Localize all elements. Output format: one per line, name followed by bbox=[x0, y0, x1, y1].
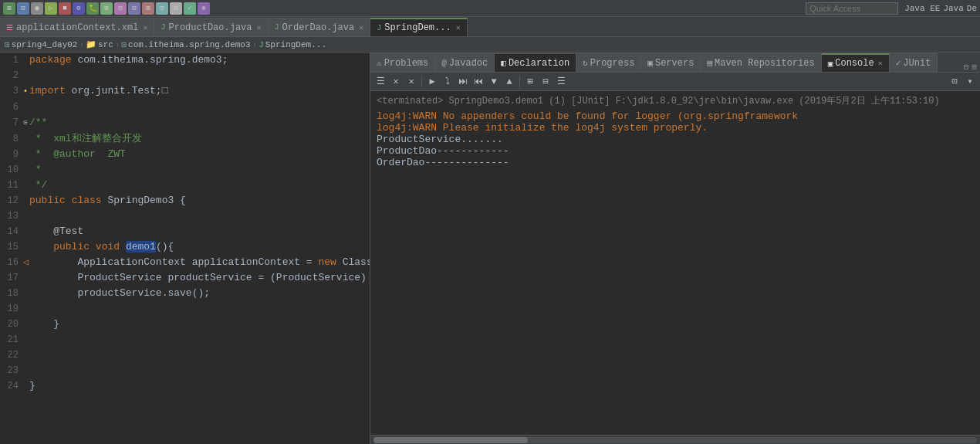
tab-springdemo3[interactable]: J SpringDem... ✕ bbox=[370, 18, 467, 36]
tab-close-springdemo3[interactable]: ✕ bbox=[456, 23, 461, 32]
tab-label-maven: Maven Repositories bbox=[715, 58, 815, 69]
breadcrumb-sep-2: › bbox=[115, 40, 120, 49]
tab-maven-repos[interactable]: ▤ Maven Repositories bbox=[701, 53, 821, 72]
line-marker-16: ◁ bbox=[23, 255, 29, 270]
tab-servers[interactable]: ▣ Servers bbox=[641, 53, 701, 72]
line-num-24: 24 bbox=[0, 378, 23, 394]
code-editor[interactable]: 1 package com.itheima.spring.demo3; 2 3 … bbox=[0, 53, 370, 444]
code-line-2: 2 bbox=[0, 68, 370, 83]
console-icon: ▣ bbox=[828, 59, 833, 69]
line-num-16: 16 bbox=[0, 255, 23, 270]
toolbar-icon-2[interactable]: ⊡ bbox=[17, 2, 29, 15]
code-line-14: 14 @Test bbox=[0, 224, 370, 239]
line-content-9: * @author ZWT bbox=[29, 147, 370, 162]
code-line-10: 10 * bbox=[0, 162, 370, 178]
code-line-20: 20 } bbox=[0, 317, 370, 332]
toolbar-icon-13[interactable]: ⊟ bbox=[170, 2, 182, 15]
toolbar-icon-3[interactable]: ◉ bbox=[31, 2, 43, 15]
breadcrumb-icon-2: 📁 bbox=[86, 39, 96, 49]
toolbar-icon-7[interactable]: 🐛 bbox=[86, 2, 99, 15]
code-line-12: 12 public class SpringDemo3 { bbox=[0, 193, 370, 208]
line-num-22: 22 bbox=[0, 347, 23, 363]
toolbar-icon-8[interactable]: ⊞ bbox=[100, 2, 113, 15]
toolbar-icon-6[interactable]: ⚙ bbox=[73, 2, 85, 15]
tab-problems[interactable]: ⚠ Problems bbox=[370, 53, 435, 72]
expand-btn[interactable]: ⊞ bbox=[523, 75, 537, 89]
collapse-btn[interactable]: ⊟ bbox=[539, 75, 553, 89]
step-over-btn[interactable]: ⤵ bbox=[441, 75, 455, 89]
line-num-10: 10 bbox=[0, 162, 23, 178]
breadcrumb-part-2[interactable]: src bbox=[98, 40, 113, 49]
tab-close-applicationcontext[interactable]: ✕ bbox=[143, 23, 147, 32]
perspective-de[interactable]: De bbox=[967, 4, 977, 13]
line-num-1: 1 bbox=[0, 53, 23, 68]
view-btn[interactable]: ⊡ bbox=[948, 75, 961, 89]
remove-btn[interactable]: ✕ bbox=[404, 75, 418, 89]
maven-icon: ▤ bbox=[707, 58, 712, 68]
clear-console-btn[interactable]: ☰ bbox=[373, 75, 387, 89]
breadcrumb-part-3[interactable]: com.itheima.spring.demo3 bbox=[128, 40, 250, 49]
tab-application-context[interactable]: ☰ applicationContext.xml ✕ bbox=[0, 18, 154, 36]
tab-label-springdemo3: SpringDem... bbox=[384, 22, 451, 33]
tab-close-orderdao[interactable]: ✕ bbox=[359, 23, 363, 32]
stop-btn[interactable]: ✕ bbox=[389, 75, 403, 89]
line-num-20: 20 bbox=[0, 317, 23, 332]
line-content-10: * bbox=[29, 162, 370, 178]
up-btn[interactable]: ▲ bbox=[502, 75, 516, 89]
breadcrumb-sep-1: › bbox=[79, 40, 84, 49]
code-line-15: 15 public void demo1(){ bbox=[0, 239, 370, 255]
toolbar-icon-4[interactable]: ▷ bbox=[45, 2, 57, 15]
tab-console[interactable]: ▣ Console ✕ bbox=[822, 53, 890, 72]
quick-access-input[interactable] bbox=[806, 2, 898, 15]
toolbar-icon-11[interactable]: ⊞ bbox=[142, 2, 154, 15]
console-line-2: ProductDao------------ bbox=[377, 145, 974, 157]
console-hscroll[interactable] bbox=[370, 435, 980, 444]
tab-productdao[interactable]: J ProductDao.java ✕ bbox=[154, 18, 268, 36]
line-num-14: 14 bbox=[0, 224, 23, 239]
breadcrumb-sep-3: › bbox=[252, 40, 258, 49]
console-output[interactable]: <terminated> SpringDemo3.demo1 (1) [JUni… bbox=[370, 91, 980, 435]
minimize-icon[interactable]: ⊟ bbox=[964, 62, 969, 72]
toolbar-icons: ⊞ ⊡ ◉ ▷ ■ ⚙ 🐛 ⊞ ⊡ ⊟ ⊞ ⊡ ⊟ ✓ ⊕ bbox=[3, 2, 210, 15]
breadcrumb-part-1[interactable]: spring4_day02 bbox=[12, 40, 78, 49]
toolbar-icon-1[interactable]: ⊞ bbox=[3, 2, 15, 15]
toolbar-icon-10[interactable]: ⊟ bbox=[128, 2, 140, 15]
right-toolbar: ⊡ ▾ bbox=[948, 75, 977, 89]
line-num-8: 8 bbox=[0, 131, 23, 147]
perspective-java-ee[interactable]: Java EE bbox=[904, 4, 940, 13]
hscroll-track[interactable] bbox=[373, 437, 977, 443]
menu-btn[interactable]: ☰ bbox=[554, 75, 568, 89]
breadcrumb-part-4[interactable]: SpringDem... bbox=[265, 40, 326, 49]
code-line-13: 13 bbox=[0, 208, 370, 224]
toolbar-icon-9[interactable]: ⊡ bbox=[114, 2, 127, 15]
hscroll-thumb[interactable] bbox=[373, 437, 528, 443]
more-btn[interactable]: ▾ bbox=[963, 75, 977, 89]
toolbar-icon-14[interactable]: ✓ bbox=[184, 2, 196, 15]
breadcrumb-icon-3: ⊡ bbox=[121, 39, 127, 49]
run-btn[interactable]: ▶ bbox=[425, 75, 439, 89]
prev-btn[interactable]: ⏮ bbox=[471, 75, 485, 89]
toolbar-icon-5[interactable]: ■ bbox=[59, 2, 71, 15]
tab-orderdao[interactable]: J OrderDao.java ✕ bbox=[269, 18, 371, 36]
tab-javadoc[interactable]: @ Javadoc bbox=[435, 53, 495, 72]
tab-junit[interactable]: ✓ JUnit bbox=[890, 53, 938, 72]
toolbar-icon-15[interactable]: ⊕ bbox=[198, 2, 210, 15]
tab-close-productdao[interactable]: ✕ bbox=[257, 23, 262, 32]
line-content-18: productService.save(); bbox=[29, 286, 370, 301]
code-line-24: 24 } bbox=[0, 378, 370, 394]
tab-label-applicationcontext: applicationContext.xml bbox=[16, 22, 138, 33]
toolbar-icon-12[interactable]: ⊡ bbox=[156, 2, 168, 15]
down-btn[interactable]: ▼ bbox=[487, 75, 501, 89]
maximize-icon[interactable]: ⊞ bbox=[972, 62, 977, 72]
tab-label-productdao: ProductDao.java bbox=[168, 22, 252, 33]
perspective-java[interactable]: Java bbox=[943, 4, 963, 13]
console-close-icon[interactable]: ✕ bbox=[878, 59, 883, 68]
tab-declaration[interactable]: ◧ Declaration bbox=[495, 53, 576, 72]
line-num-11: 11 bbox=[0, 178, 23, 193]
next-btn[interactable]: ⏭ bbox=[456, 75, 470, 89]
line-content-12: public class SpringDemo3 { bbox=[29, 193, 370, 208]
code-line-8: 8 * xml和注解整合开发 bbox=[0, 131, 370, 147]
tab-progress[interactable]: ↻ Progress bbox=[576, 53, 641, 72]
code-line-22: 22 bbox=[0, 347, 370, 363]
line-marker-3: • bbox=[23, 84, 29, 100]
